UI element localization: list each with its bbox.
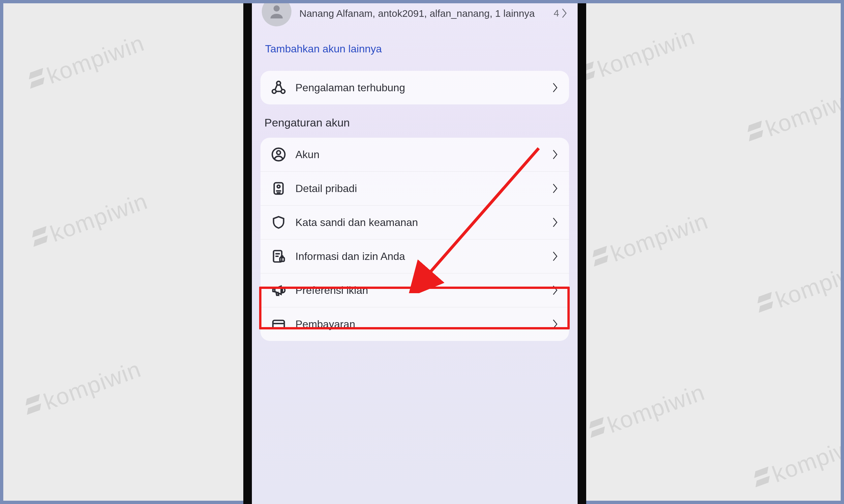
svg-point-3 bbox=[281, 90, 285, 93]
accounts-count: 4 bbox=[553, 7, 559, 19]
chevron-right-icon bbox=[552, 285, 558, 296]
connected-nodes-icon bbox=[271, 80, 286, 95]
chevron-right-icon bbox=[552, 217, 558, 228]
credit-card-icon bbox=[271, 317, 286, 332]
chevron-right-icon bbox=[552, 82, 558, 93]
settings-label-personal: Detail pribadi bbox=[295, 182, 542, 195]
phone-screen: Nanang Alfanam, antok2091, alfan_nanang,… bbox=[252, 3, 578, 504]
accounts-selector-row[interactable]: Nanang Alfanam, antok2091, alfan_nanang,… bbox=[252, 3, 578, 33]
accounts-names: Nanang Alfanam, antok2091, alfan_nanang,… bbox=[299, 7, 546, 20]
person-circle-icon bbox=[271, 147, 286, 162]
settings-row-info[interactable]: Informasi dan izin Anda bbox=[260, 239, 569, 273]
phone-frame: Nanang Alfanam, antok2091, alfan_nanang,… bbox=[243, 3, 586, 504]
chevron-right-icon bbox=[561, 7, 568, 19]
avatar-icon bbox=[262, 3, 291, 26]
id-card-icon bbox=[271, 181, 286, 196]
settings-row-payments[interactable]: Pembayaran bbox=[260, 307, 569, 341]
chevron-right-icon bbox=[552, 319, 558, 330]
chevron-right-icon bbox=[552, 251, 558, 262]
screenshot-frame: kompiwin kompiwin kompiwin kompiwin komp… bbox=[0, 0, 844, 504]
settings-label-account: Akun bbox=[295, 148, 542, 161]
megaphone-icon bbox=[271, 283, 286, 298]
add-account-button[interactable]: Tambahkan akun lainnya bbox=[252, 33, 578, 71]
account-settings-card: Akun Detail pribadi Kata sandi dan keama… bbox=[260, 138, 569, 341]
settings-row-account[interactable]: Akun bbox=[260, 138, 569, 172]
settings-row-security[interactable]: Kata sandi dan keamanan bbox=[260, 205, 569, 239]
chevron-right-icon bbox=[552, 149, 558, 160]
svg-point-2 bbox=[272, 90, 276, 93]
settings-label-payments: Pembayaran bbox=[295, 318, 542, 330]
chevron-right-icon bbox=[552, 183, 558, 194]
document-lock-icon bbox=[271, 249, 286, 264]
section-title: Pengaturan akun bbox=[264, 116, 565, 129]
svg-point-5 bbox=[277, 151, 280, 155]
connected-experience-row[interactable]: Pengalaman terhubung bbox=[260, 71, 569, 104]
svg-point-0 bbox=[274, 5, 280, 12]
connected-experience-label: Pengalaman terhubung bbox=[295, 82, 542, 94]
accounts-count-group: 4 bbox=[553, 7, 568, 19]
settings-label-info: Informasi dan izin Anda bbox=[295, 250, 542, 263]
connected-experience-card: Pengalaman terhubung bbox=[260, 71, 569, 104]
settings-label-security: Kata sandi dan keamanan bbox=[295, 216, 542, 229]
svg-rect-10 bbox=[273, 321, 285, 329]
settings-row-ads[interactable]: Preferensi iklan bbox=[260, 273, 569, 307]
settings-row-personal[interactable]: Detail pribadi bbox=[260, 172, 569, 205]
svg-point-7 bbox=[277, 185, 280, 188]
shield-icon bbox=[271, 215, 286, 230]
settings-label-ads: Preferensi iklan bbox=[295, 284, 542, 296]
